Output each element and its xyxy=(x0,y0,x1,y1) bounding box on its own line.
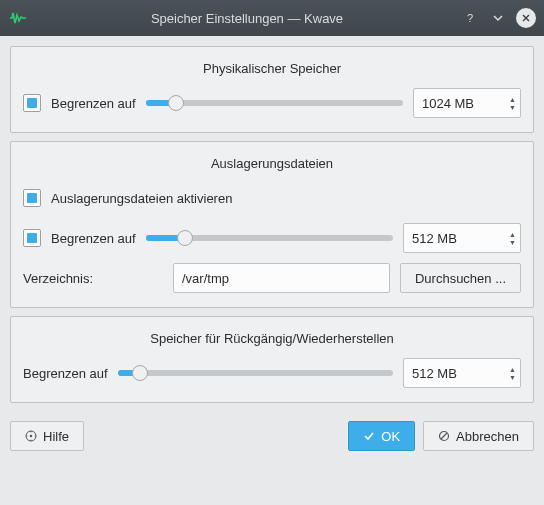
label-swap-enable: Auslagerungsdateien aktivieren xyxy=(51,191,232,206)
group-undo-memory: Speicher für Rückgängig/Wiederherstellen… xyxy=(10,316,534,403)
button-cancel[interactable]: Abbrechen xyxy=(423,421,534,451)
slider-physical-limit[interactable] xyxy=(146,93,403,113)
label-swap-directory: Verzeichnis: xyxy=(23,271,163,286)
button-label: Hilfe xyxy=(43,429,69,444)
label-swap-limit: Begrenzen auf xyxy=(51,231,136,246)
minimize-icon[interactable] xyxy=(488,8,508,28)
slider-thumb[interactable] xyxy=(177,230,193,246)
help-icon xyxy=(25,430,37,442)
slider-swap-limit[interactable] xyxy=(146,228,393,248)
svg-point-4 xyxy=(30,435,32,437)
titlebar: Speicher Einstellungen — Kwave ? xyxy=(0,0,544,36)
window-title: Speicher Einstellungen — Kwave xyxy=(34,11,460,26)
button-ok[interactable]: OK xyxy=(348,421,415,451)
label-undo-limit: Begrenzen auf xyxy=(23,366,108,381)
group-swap-files: Auslagerungsdateien Auslagerungsdateien … xyxy=(10,141,534,308)
button-label: Durchsuchen ... xyxy=(415,271,506,286)
slider-undo-limit[interactable] xyxy=(118,363,393,383)
button-browse[interactable]: Durchsuchen ... xyxy=(400,263,521,293)
spin-arrows-icon[interactable]: ▲▼ xyxy=(509,231,516,246)
input-swap-directory[interactable] xyxy=(173,263,390,293)
spin-value: 512 MB xyxy=(412,231,509,246)
checkbox-swap-enable[interactable] xyxy=(23,189,41,207)
group-physical-memory: Physikalischer Speicher Begrenzen auf 10… xyxy=(10,46,534,133)
spin-value: 1024 MB xyxy=(422,96,509,111)
spin-arrows-icon[interactable]: ▲▼ xyxy=(509,366,516,381)
spin-value: 512 MB xyxy=(412,366,509,381)
label-physical-limit: Begrenzen auf xyxy=(51,96,136,111)
app-icon xyxy=(8,8,28,28)
slider-thumb[interactable] xyxy=(132,365,148,381)
svg-text:?: ? xyxy=(467,12,473,24)
spin-physical-limit[interactable]: 1024 MB ▲▼ xyxy=(413,88,521,118)
cancel-icon xyxy=(438,430,450,442)
check-icon xyxy=(363,430,375,442)
slider-thumb[interactable] xyxy=(168,95,184,111)
help-titlebar-icon[interactable]: ? xyxy=(460,8,480,28)
spin-swap-limit[interactable]: 512 MB ▲▼ xyxy=(403,223,521,253)
spin-undo-limit[interactable]: 512 MB ▲▼ xyxy=(403,358,521,388)
legend-physical: Physikalischer Speicher xyxy=(23,61,521,76)
button-label: Abbrechen xyxy=(456,429,519,444)
legend-undo: Speicher für Rückgängig/Wiederherstellen xyxy=(23,331,521,346)
legend-swap: Auslagerungsdateien xyxy=(23,156,521,171)
checkbox-physical-limit[interactable] xyxy=(23,94,41,112)
dialog-footer: Hilfe OK Abbrechen xyxy=(0,413,544,461)
spin-arrows-icon[interactable]: ▲▼ xyxy=(509,96,516,111)
svg-line-10 xyxy=(441,433,447,439)
button-label: OK xyxy=(381,429,400,444)
window-controls: ? xyxy=(460,8,536,28)
button-help[interactable]: Hilfe xyxy=(10,421,84,451)
close-icon[interactable] xyxy=(516,8,536,28)
checkbox-swap-limit[interactable] xyxy=(23,229,41,247)
